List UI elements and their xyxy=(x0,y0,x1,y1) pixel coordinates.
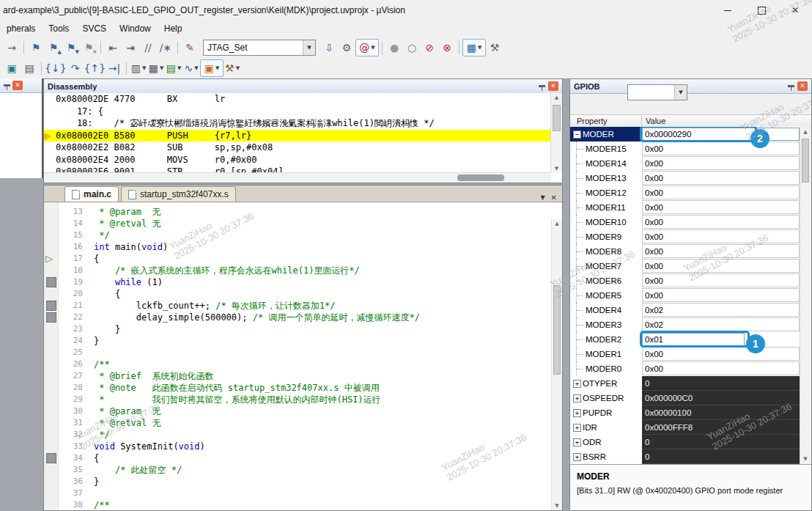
toolbox-icon[interactable]: ⚒▼ xyxy=(224,60,241,76)
register-name-cell[interactable]: MODER14 xyxy=(570,156,642,171)
disassembly-line[interactable]: 0x080002E4 2000 MOVS r0,#0x00 xyxy=(44,154,551,166)
dropdown-arrow-icon[interactable]: ▼ xyxy=(303,40,315,55)
minimize-button[interactable] xyxy=(711,0,745,21)
register-value[interactable]: 0x00 xyxy=(642,347,800,361)
tab-main-c[interactable]: main.c xyxy=(64,186,119,202)
register-name-cell[interactable]: MODER10 xyxy=(570,215,642,229)
code-line[interactable]: 28 * @note 此函数在启动代码 startup_stm32f407xx.… xyxy=(44,382,552,394)
code-line[interactable]: 19 while (1) xyxy=(44,276,552,288)
register-name-cell[interactable]: +BSRR xyxy=(570,449,642,464)
tab-close-icon[interactable]: ✕ xyxy=(551,194,557,202)
code-line[interactable]: 36} xyxy=(44,476,552,488)
register-value-input[interactable]: 0x00000290 xyxy=(642,128,800,141)
expand-box-icon[interactable]: + xyxy=(573,453,581,461)
code-line[interactable]: 14 * @retval 无 xyxy=(44,218,552,229)
serial-window-icon[interactable]: ▤▼ xyxy=(165,60,182,76)
register-value-cell[interactable]: 0 xyxy=(642,435,800,449)
scroll-up-icon[interactable]: ▲ xyxy=(551,95,562,100)
register-name-cell[interactable]: MODER13 xyxy=(570,171,642,185)
register-row-odr[interactable]: +ODR0 xyxy=(570,435,800,449)
viewer-filter-combobox[interactable]: ▼ xyxy=(627,84,687,100)
register-name-cell[interactable]: MODER0 xyxy=(570,361,642,376)
menu-item-help[interactable]: Help xyxy=(158,21,189,36)
step-into-icon[interactable]: {↓} xyxy=(45,60,67,76)
code-line[interactable]: 35 /* 此处留空 */ xyxy=(44,464,552,476)
register-value[interactable]: 0x02 xyxy=(642,317,800,331)
register-value-cell[interactable]: 0x00 xyxy=(642,288,800,303)
system-viewer-icon[interactable]: ▣▼ xyxy=(200,59,224,77)
code-line[interactable]: 21 lckfb_count++; /* 每次循环，让计数器加1*/ xyxy=(44,300,552,312)
scroll-up-icon[interactable]: ▲ xyxy=(552,221,562,227)
register-value[interactable]: 0x00 xyxy=(642,141,800,155)
expand-box-icon[interactable]: + xyxy=(573,424,581,432)
step-over-icon[interactable]: ↷ xyxy=(67,60,84,76)
register-value[interactable]: 0x00 xyxy=(642,259,800,273)
disassembly-hscrollbar[interactable] xyxy=(44,172,551,183)
register-row-idr[interactable]: +IDR0x0000FFF8 xyxy=(570,420,800,435)
register-row-moder6[interactable]: MODER60x00 xyxy=(570,273,800,288)
scroll-up-icon[interactable]: ▲ xyxy=(800,129,811,135)
register-value[interactable]: 0x00 xyxy=(642,185,800,199)
register-row-moder1[interactable]: MODER10x00 xyxy=(570,347,800,361)
register-row-moder[interactable]: −MODER0x000002902 xyxy=(570,127,800,141)
bookmark-next-icon[interactable]: ⚑▼ xyxy=(62,40,80,56)
breakpoint-disable-icon[interactable]: ○ xyxy=(403,40,421,56)
scrollbar-thumb[interactable] xyxy=(802,139,809,183)
register-value[interactable]: 0x00 xyxy=(642,200,800,214)
scrollbar-thumb[interactable] xyxy=(553,285,561,375)
collapse-box-icon[interactable]: − xyxy=(573,130,581,139)
flash-download-icon[interactable]: ⇩ xyxy=(320,40,338,56)
menu-item-window[interactable]: Window xyxy=(113,21,158,36)
register-name-cell[interactable]: MODER11 xyxy=(570,200,642,215)
code-line[interactable]: 32 */ xyxy=(44,429,552,441)
disassembly-line[interactable]: 0x080002E2 B082 SUB sp,sp,#0x08 xyxy=(44,141,551,154)
code-line[interactable]: 37 xyxy=(44,488,552,499)
register-value[interactable]: 0x00 xyxy=(642,156,800,170)
debug-board-icon[interactable]: ▣ xyxy=(3,60,21,76)
bookmark-prev-icon[interactable]: ⚑▲ xyxy=(45,40,62,56)
indent-icon[interactable]: ⇥ xyxy=(122,40,139,56)
register-value-cell[interactable]: 0x00000100 xyxy=(642,405,800,420)
scroll-down-icon[interactable]: ▼ xyxy=(551,166,562,172)
register-name-cell[interactable]: +ODR xyxy=(570,435,642,449)
register-name-cell[interactable]: MODER8 xyxy=(570,244,642,259)
register-name-cell[interactable]: MODER1 xyxy=(570,347,642,361)
edit-config-icon[interactable]: ✎ xyxy=(181,40,199,56)
register-value[interactable]: 0x00 xyxy=(642,215,800,229)
code-line[interactable]: 20 { xyxy=(44,288,552,300)
register-row-moder9[interactable]: MODER90x00 xyxy=(570,229,800,244)
register-row-moder2[interactable]: MODER20x011 xyxy=(570,332,800,347)
expand-box-icon[interactable]: + xyxy=(573,409,581,417)
code-line[interactable]: 18 /* 嵌入式系统的主循环，程序会永远在while(1)里面运行*/ xyxy=(44,265,552,276)
register-value-cell[interactable]: 0x00 xyxy=(642,215,800,229)
jump-to-icon[interactable]: → xyxy=(3,40,21,56)
register-name-cell[interactable]: MODER3 xyxy=(570,317,642,332)
register-row-ospeedr[interactable]: +OSPEEDR0x000000C0 xyxy=(570,391,800,405)
register-row-pupdr[interactable]: +PUPDR0x00000100 xyxy=(570,405,800,420)
register-row-moder13[interactable]: MODER130x00 xyxy=(570,171,800,185)
executable-line-marker[interactable] xyxy=(46,453,56,463)
executable-line-marker[interactable] xyxy=(46,301,56,311)
register-value-cell[interactable]: 0x00 xyxy=(642,273,800,288)
register-name-cell[interactable]: MODER2 xyxy=(570,332,642,347)
executable-line-marker[interactable] xyxy=(46,312,56,323)
register-value-cell[interactable]: 0x00 xyxy=(642,229,800,244)
gpiob-caption[interactable]: GPIOB ✕ xyxy=(570,79,811,94)
register-name-cell[interactable]: MODER6 xyxy=(570,273,642,288)
step-out-icon[interactable]: {↑} xyxy=(84,60,106,76)
code-line[interactable]: 13 * @param 无 xyxy=(44,206,552,218)
disassembly-line[interactable]: 0x080002DE 4770 BX lr xyxy=(44,93,551,106)
register-value-input[interactable]: 0x01 xyxy=(642,333,745,346)
register-value-cell[interactable]: 0x00 xyxy=(642,259,800,273)
unindent-icon[interactable]: ⇤ xyxy=(104,40,122,56)
code-line[interactable]: 34{ xyxy=(44,452,552,464)
breakpoint-enable-all-icon[interactable]: ⊗ xyxy=(438,40,456,56)
code-line[interactable]: 26/** xyxy=(44,359,552,370)
target-options-icon[interactable]: ⚙ xyxy=(338,40,355,56)
scrollbar-thumb[interactable] xyxy=(457,174,504,181)
register-value-cell[interactable]: 0 xyxy=(642,449,800,464)
register-name-cell[interactable]: +IDR xyxy=(570,420,642,435)
register-value[interactable]: 0x00 xyxy=(642,244,800,258)
register-row-moder11[interactable]: MODER110x00 xyxy=(570,200,800,215)
register-value-cell[interactable]: 0x00000290 xyxy=(642,127,800,141)
